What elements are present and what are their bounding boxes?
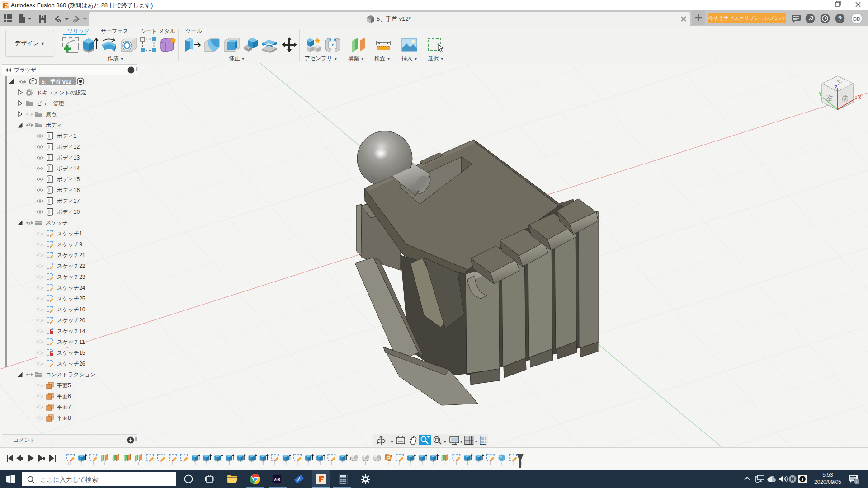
svg-text:1: 1 bbox=[855, 479, 858, 484]
svg-text:前: 前 bbox=[841, 94, 849, 102]
svg-text:?: ? bbox=[838, 15, 842, 22]
svg-text:X: X bbox=[858, 94, 862, 101]
svg-text:Y: Y bbox=[818, 90, 822, 97]
svg-text:Z: Z bbox=[834, 84, 837, 91]
svg-text:ViX: ViX bbox=[274, 477, 281, 482]
svg-text:J: J bbox=[801, 476, 804, 482]
svg-text:DD: DD bbox=[853, 16, 861, 22]
